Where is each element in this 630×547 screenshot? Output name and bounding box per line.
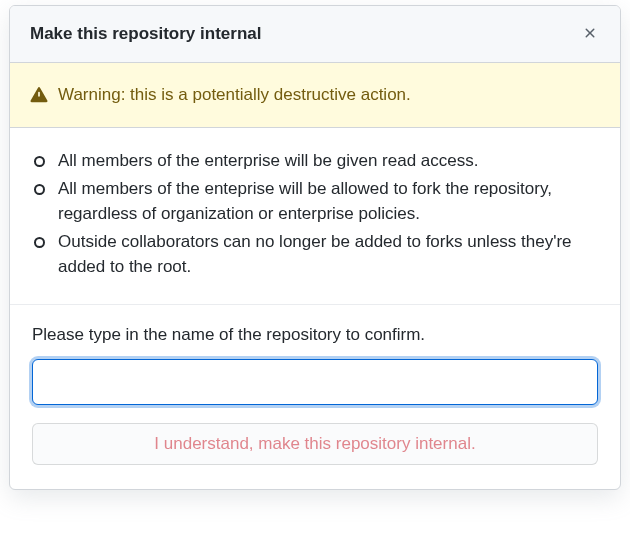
confirm-prompt: Please type in the name of the repositor… [32,325,598,345]
warning-banner: Warning: this is a potentially destructi… [10,63,620,128]
list-item: All members of the enteprise will be all… [58,176,598,227]
dialog-body: All members of the enterprise will be gi… [10,128,620,305]
consequence-list: All members of the enterprise will be gi… [32,148,598,280]
visibility-change-dialog: Make this repository internal Warning: t… [9,5,621,490]
confirm-button[interactable]: I understand, make this repository inter… [32,423,598,465]
dialog-title: Make this repository internal [30,24,261,44]
close-icon [582,25,598,44]
warning-text: Warning: this is a potentially destructi… [58,85,411,105]
list-item: Outside collaborators can no longer be a… [58,229,598,280]
alert-icon [30,86,48,104]
repository-name-input[interactable] [32,359,598,405]
confirm-section: Please type in the name of the repositor… [10,305,620,489]
list-item: All members of the enterprise will be gi… [58,148,598,174]
close-button[interactable] [580,24,600,44]
dialog-header: Make this repository internal [10,6,620,63]
